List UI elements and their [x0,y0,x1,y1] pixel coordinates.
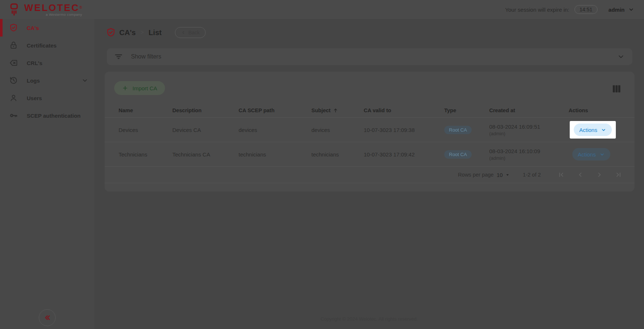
view-columns-icon [611,84,622,94]
plus-icon [122,85,128,91]
sidebar-item-certificates[interactable]: Certificates [0,37,94,54]
brand-tagline: a Westermo company [24,13,82,16]
sidebar-item-cas[interactable]: CA's [0,19,94,37]
sort-ascending-icon [333,107,338,113]
column-header-created-at[interactable]: Created at [489,107,569,113]
last-page-button[interactable] [615,171,622,178]
double-chevron-left-icon [43,314,51,322]
cell-scep-path: devices [239,127,311,133]
main-content: CA's > List Back Show filters Import CA [94,19,644,329]
user-icon [9,94,18,102]
cell-description: Technicians CA [172,151,239,158]
key-icon [9,111,18,120]
sidebar-item-label: Users [27,95,42,101]
session-timer-badge: 14:51 [574,5,598,14]
column-header-type[interactable]: Type [444,107,489,113]
sidebar-collapse-button[interactable] [39,309,56,326]
cell-name: Technicians [119,151,172,158]
created-by: (admin) [489,131,569,136]
copyright-footer: Copyright © 2024 Welotec. All rights res… [94,316,644,322]
cell-description: Devices CA [172,127,239,133]
sidebar-item-label: Certificates [27,42,57,49]
caret-down-icon [505,172,510,178]
sidebar-item-label: CRL's [27,60,42,66]
filters-bar[interactable]: Show filters [107,48,632,65]
cell-subject: technicians [311,151,364,158]
pagination-range: 1-2 of 2 [523,172,541,178]
rows-per-page-select[interactable]: 10 [497,172,510,178]
cell-scep-path: technicians [239,151,311,158]
session-expiry-label: Your session will expire in: [505,7,569,13]
column-settings-button[interactable] [611,84,622,94]
row-actions-button[interactable]: Actions [574,124,612,136]
chevron-left-icon [181,30,186,35]
sidebar-item-logs[interactable]: Logs [0,72,94,89]
backspace-icon [9,58,18,67]
sidebar-item-scep-authentication[interactable]: SCEP authentication [0,107,94,124]
next-page-button[interactable] [596,171,603,178]
chevron-down-icon [599,152,605,157]
sidebar-item-label: CA's [27,25,39,31]
table-row: Technicians Technicians CA technicians t… [105,142,634,167]
registered-mark: ® [79,5,82,9]
sidebar-item-label: SCEP authentication [27,113,80,119]
first-page-button[interactable] [558,171,565,178]
lock-icon [9,41,18,50]
sidebar-item-users[interactable]: Users [0,89,94,107]
table-row: Devices Devices CA devices devices 10-07… [105,118,634,142]
chevron-down-icon [628,6,634,13]
back-button[interactable]: Back [175,27,206,38]
shield-check-icon [9,23,18,32]
cell-valid-to: 10-07-3023 17:09:42 [364,151,444,158]
ca-list-card: Import CA Name Description CA SCEP path … [105,72,634,192]
chevron-down-icon [601,127,606,133]
back-button-label: Back [188,30,200,35]
welotec-logo[interactable]: welotec® a Westermo company [10,3,82,16]
breadcrumb-separator: > [141,29,144,36]
cell-created-at: 08-03-2024 16:09:51 (admin) [489,124,569,136]
column-header-ca-valid-to[interactable]: CA valid to [364,107,444,113]
filter-icon [114,52,123,61]
previous-page-button[interactable] [577,171,584,178]
show-filters-label: Show filters [131,53,161,60]
column-header-description[interactable]: Description [172,107,239,113]
cell-name: Devices [119,127,172,133]
column-header-ca-scep-path[interactable]: CA SCEP path [239,107,311,113]
cell-created-at: 08-03-2024 16:10:09 (admin) [489,148,569,161]
created-by: (admin) [489,155,569,161]
column-header-name[interactable]: Name [119,107,172,113]
welotec-logo-icon [10,3,20,16]
column-header-actions: Actions [569,107,624,113]
breadcrumb-section[interactable]: CA's [119,29,136,37]
sidebar-item-label: Logs [27,77,40,84]
breadcrumb: CA's > List Back [106,27,206,38]
pagination-bar: Rows per page 10 1-2 of 2 [105,167,634,183]
cell-subject: devices [311,127,364,133]
page-title: List [149,29,162,37]
rows-per-page-label: Rows per page [458,172,494,178]
tour-highlight-box: Actions [570,121,616,139]
filters-expand-button[interactable] [617,53,625,61]
table-header-row: Name Description CA SCEP path Subject CA… [105,103,634,118]
chevron-down-icon [81,77,89,84]
row-actions-button[interactable]: Actions [572,148,610,160]
sidebar-item-crls[interactable]: CRL's [0,54,94,72]
history-icon [9,76,18,85]
column-header-subject[interactable]: Subject [311,107,364,113]
import-ca-button[interactable]: Import CA [114,81,165,95]
topbar: welotec® a Westermo company Your session… [0,0,644,19]
cell-valid-to: 10-07-3023 17:09:38 [364,127,444,133]
shield-check-icon [106,28,116,37]
type-badge: Root CA [444,150,472,159]
brand-name: welotec [24,2,79,13]
user-menu[interactable]: admin [609,6,634,13]
sidebar: CA's Certificates CRL's Logs Users SCEP … [0,19,94,329]
type-badge: Root CA [444,126,472,134]
user-name: admin [609,7,625,13]
import-ca-label: Import CA [132,85,157,91]
